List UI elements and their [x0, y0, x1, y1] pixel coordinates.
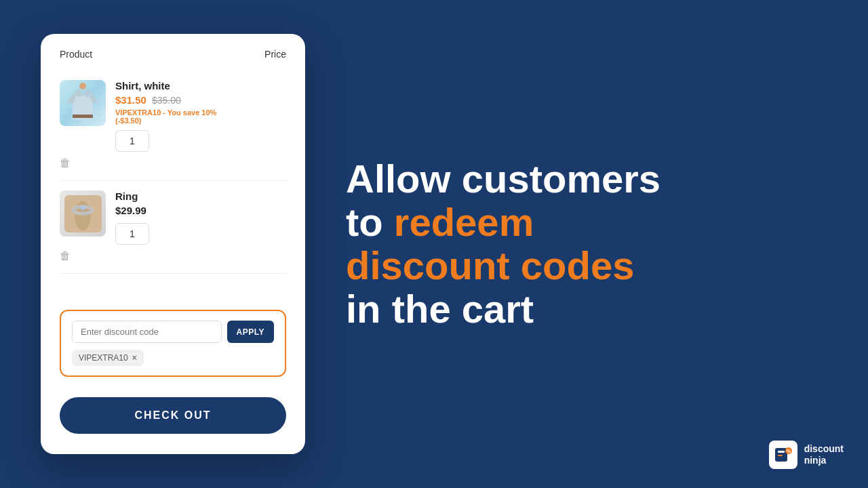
shirt-discount-label: VIPEXTRA10 - You save 10% (-$3.50): [115, 108, 286, 125]
discount-input-row: APPLY: [72, 321, 274, 343]
checkout-button[interactable]: CHECK OUT: [60, 397, 286, 434]
cart-header-product: Product: [60, 49, 92, 60]
cart-item-shirt: Shirt, white $31.50 $35.00 VIPEXTRA10 - …: [60, 70, 286, 181]
brand-icon: %: [769, 441, 797, 469]
brand-name: discount ninja: [804, 443, 844, 466]
shirt-delete-row: 🗑: [60, 152, 286, 171]
marketing-text: Allow customers to redeem discount codes…: [346, 157, 814, 330]
svg-rect-9: [778, 455, 783, 456]
svg-point-2: [79, 83, 86, 89]
discount-code-input[interactable]: [72, 321, 222, 343]
cart-item-ring-content: Ring $29.99 1: [60, 190, 286, 245]
marketing-line3-highlight: discount codes: [346, 243, 634, 287]
svg-rect-1: [73, 115, 93, 118]
cart-item-ring: Ring $29.99 1 🗑: [60, 181, 286, 274]
marketing-line2-prefix: to: [346, 200, 394, 244]
shirt-delete-icon[interactable]: 🗑: [60, 157, 71, 169]
discount-tags: VIPEXTRA10 ×: [72, 350, 274, 366]
main-container: Product Price: [0, 0, 868, 488]
cart-header-price: Price: [264, 49, 286, 60]
ring-price: $29.99: [115, 205, 146, 216]
marketing-section: Allow customers to redeem discount codes…: [305, 157, 827, 330]
ring-delete-row: 🗑: [60, 245, 286, 264]
shirt-savings: (-$3.50): [115, 117, 142, 125]
shirt-quantity[interactable]: 1: [115, 130, 149, 152]
ring-details: Ring $29.99 1: [115, 190, 286, 245]
shirt-prices: $31.50 $35.00: [115, 94, 286, 106]
shirt-original-price: $35.00: [152, 95, 181, 106]
cart-items: Shirt, white $31.50 $35.00 VIPEXTRA10 - …: [41, 70, 305, 296]
svg-text:%: %: [787, 449, 791, 453]
applied-discount-tag: VIPEXTRA10 ×: [72, 350, 144, 366]
ring-delete-icon[interactable]: 🗑: [60, 250, 71, 262]
shirt-name: Shirt, white: [115, 80, 286, 92]
marketing-line2-highlight: redeem: [394, 200, 534, 244]
ring-prices: $29.99: [115, 205, 286, 216]
cart-header: Product Price: [41, 34, 305, 70]
tag-remove-icon[interactable]: ×: [132, 353, 137, 363]
marketing-line1: Allow customers: [346, 157, 660, 201]
shirt-discounted-price: $31.50: [115, 94, 146, 106]
brand-logo: % discount ninja: [769, 441, 844, 469]
apply-button[interactable]: APPLY: [227, 321, 274, 343]
ring-name: Ring: [115, 190, 286, 202]
marketing-line4: in the cart: [346, 287, 534, 331]
ring-image: [60, 190, 106, 237]
svg-rect-8: [778, 451, 785, 453]
cart-item-shirt-content: Shirt, white $31.50 $35.00 VIPEXTRA10 - …: [60, 80, 286, 152]
cart-card: Product Price: [41, 34, 305, 454]
ring-quantity[interactable]: 1: [115, 223, 149, 245]
shirt-details: Shirt, white $31.50 $35.00 VIPEXTRA10 - …: [115, 80, 286, 152]
shirt-image: [60, 80, 106, 126]
applied-code-label: VIPEXTRA10: [79, 353, 128, 363]
discount-section: APPLY VIPEXTRA10 ×: [60, 310, 286, 377]
